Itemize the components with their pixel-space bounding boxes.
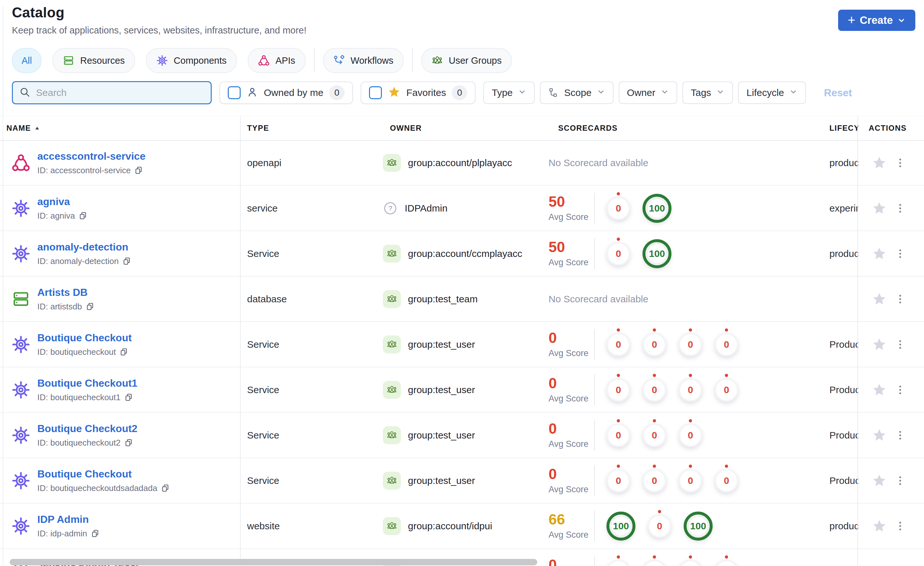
entity-name-link[interactable]: Boutique Checkout2 (38, 423, 137, 435)
scorecard-circle[interactable]: 0 (678, 560, 702, 566)
kebab-menu-button[interactable] (898, 158, 903, 168)
avg-score-value: 0 (549, 557, 591, 566)
name-cell: Boutique CheckoutID: boutiquecheckout (0, 322, 240, 367)
copy-icon[interactable] (91, 529, 99, 538)
favorite-star-button[interactable] (872, 428, 886, 443)
scorecard-circle[interactable]: 0 (642, 423, 666, 447)
kebab-menu-button[interactable] (898, 203, 903, 213)
copy-icon[interactable] (123, 257, 131, 265)
scorecard-circle[interactable]: 0 (714, 560, 738, 566)
table-row: agnivaID: agnivaservice?IDPAdmin50Avg Sc… (0, 186, 924, 231)
favorite-star-button[interactable] (872, 155, 886, 170)
favorite-star-button[interactable] (872, 292, 886, 307)
tab-all[interactable]: All (12, 48, 42, 73)
scorecards-cell: No Scorecard available (549, 277, 830, 321)
scorecard-circle[interactable]: 100 (684, 512, 712, 540)
resource-icon (12, 290, 30, 309)
tab-label: User Groups (449, 56, 502, 66)
filter-dropdown-type[interactable]: Type (483, 81, 534, 104)
tab-components[interactable]: Components (146, 48, 237, 73)
scorecard-circle[interactable]: 0 (606, 378, 630, 402)
reset-button[interactable]: Reset (824, 87, 852, 99)
favorite-star-button[interactable] (872, 519, 886, 533)
scorecard-circle[interactable]: 0 (714, 378, 738, 402)
kebab-menu-button[interactable] (898, 431, 903, 440)
filter-dropdown-scope[interactable]: Scope (540, 81, 614, 104)
copy-icon[interactable] (120, 348, 128, 356)
scorecard-circle[interactable]: 0 (606, 560, 630, 566)
scorecard-circle[interactable]: 0 (606, 423, 630, 447)
entity-name-link[interactable]: Boutique Checkout (38, 468, 170, 480)
kebab-menu-button[interactable] (898, 340, 903, 349)
entity-name-link[interactable]: Boutique Checkout (38, 332, 132, 344)
kebab-menu-button[interactable] (898, 294, 903, 304)
scorecard-circle[interactable]: 0 (678, 423, 702, 447)
owned-by-me-filter[interactable]: Owned by me 0 (219, 81, 353, 104)
filter-dropdown-tags[interactable]: Tags (682, 81, 733, 104)
svg-text:?: ? (388, 205, 392, 212)
kebab-menu-button[interactable] (898, 385, 903, 395)
kebab-menu-button[interactable] (898, 249, 903, 259)
kebab-menu-button[interactable] (898, 476, 903, 486)
scorecard-circle[interactable]: 0 (648, 514, 672, 538)
actions-cell (858, 458, 924, 503)
owner-cell: group:account/idpui (383, 504, 549, 548)
actions-cell (858, 413, 924, 458)
favorites-checkbox[interactable] (369, 86, 382, 99)
tab-apis[interactable]: APIs (248, 48, 305, 73)
entity-name-link[interactable]: Artists DB (38, 286, 94, 298)
copy-icon[interactable] (79, 212, 87, 220)
scorecard-circle[interactable]: 0 (714, 333, 738, 357)
search-input[interactable] (35, 87, 184, 98)
entity-id-text: ID: accesscontrol-service (38, 166, 130, 175)
scorecard-circles: 0000 (606, 378, 738, 402)
filter-dropdown-lifecycle[interactable]: Lifecycle (738, 81, 806, 104)
scorecard-circle[interactable]: 0 (678, 333, 702, 357)
tab-user-groups[interactable]: User Groups (421, 48, 512, 73)
scorecard-circle[interactable]: 0 (606, 196, 630, 220)
scorecard-circle[interactable]: 100 (606, 512, 635, 540)
copy-icon[interactable] (124, 438, 133, 447)
entity-name-link[interactable]: IDP Admin (38, 513, 99, 525)
name-info: IDP AdminID: idp-admin (38, 513, 99, 539)
entity-name-link[interactable]: anomaly-detection (38, 241, 131, 253)
copy-icon[interactable] (135, 166, 143, 175)
favorite-star-button[interactable] (872, 564, 886, 566)
entity-name-link[interactable]: accesscontrol-service (38, 151, 146, 162)
copy-icon[interactable] (124, 393, 133, 402)
scorecard-circle[interactable]: 100 (642, 239, 672, 268)
filter-dropdown-owner[interactable]: Owner (619, 81, 677, 104)
scorecard-circle[interactable]: 0 (606, 469, 630, 492)
tab-workflows[interactable]: Workflows (323, 48, 404, 73)
actions-cell (858, 322, 924, 367)
search-box[interactable] (12, 81, 212, 104)
kebab-menu-button[interactable] (898, 521, 903, 531)
scorecard-circle[interactable]: 0 (606, 333, 630, 357)
favorites-filter[interactable]: Favorites 0 (361, 81, 476, 104)
scorecard-circle[interactable]: 0 (642, 333, 666, 357)
copy-icon[interactable] (161, 484, 170, 492)
column-header-name[interactable]: NAME (0, 116, 240, 140)
favorite-star-button[interactable] (872, 201, 886, 216)
lifecycle-cell: production (830, 140, 858, 185)
scorecard-circle[interactable]: 0 (642, 378, 666, 402)
scorecard-circle[interactable]: 0 (606, 242, 630, 266)
scorecard-circle[interactable]: 0 (714, 469, 738, 492)
create-button[interactable]: + Create (838, 10, 915, 31)
horizontal-scrollbar[interactable] (10, 559, 537, 565)
entity-name-link[interactable]: agniva (38, 196, 87, 208)
entity-name-link[interactable]: Boutique Checkout1 (38, 377, 137, 389)
scorecard-circle[interactable]: 0 (642, 469, 666, 492)
owned-by-me-checkbox[interactable] (228, 86, 241, 99)
tab-resources[interactable]: Resources (52, 48, 135, 73)
group-icon (383, 517, 401, 535)
favorite-star-button[interactable] (872, 337, 886, 352)
scorecard-circle[interactable]: 0 (642, 560, 666, 566)
scorecard-circle[interactable]: 100 (642, 194, 672, 223)
favorite-star-button[interactable] (872, 473, 886, 488)
copy-icon[interactable] (86, 302, 94, 311)
scorecard-circle[interactable]: 0 (678, 469, 702, 492)
favorite-star-button[interactable] (872, 382, 886, 397)
favorite-star-button[interactable] (872, 246, 886, 261)
scorecard-circle[interactable]: 0 (678, 378, 702, 402)
